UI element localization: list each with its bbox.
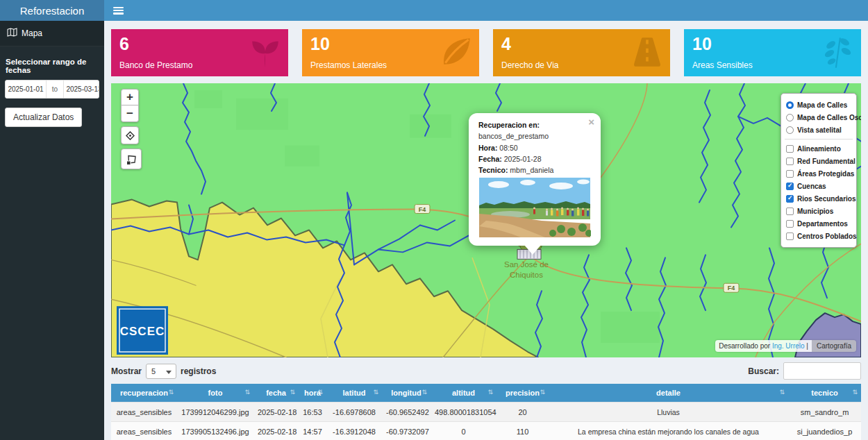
date-range-picker: to [5, 80, 99, 99]
svg-text:F4: F4 [419, 206, 426, 213]
sort-icon: ⇅ [852, 389, 858, 396]
search-input[interactable] [783, 362, 861, 380]
cell-tecnico: si_juandedios_p [788, 422, 861, 440]
sort-icon: ⇅ [317, 389, 323, 396]
overlay-alineamiento[interactable]: Alineamiento [786, 142, 851, 155]
popup-close-icon[interactable]: × [588, 117, 594, 127]
card-areas-sensibles[interactable]: 10 Areas Sensibles [684, 29, 861, 76]
overlay-municipios[interactable]: Municipios [786, 205, 851, 217]
overlay-departamentos[interactable]: Departamentos [786, 217, 851, 230]
page-length-suffix: registros [181, 366, 216, 376]
col-detalle[interactable]: detalle⇅ [549, 384, 788, 403]
card-derecho-de-via[interactable]: 4 Derecho de Via [493, 29, 670, 76]
cell-fecha: 2025-02-18 [253, 422, 299, 440]
sidebar-item-mapa[interactable]: Mapa [0, 21, 104, 46]
update-data-button[interactable]: Actualizar Datos [5, 108, 82, 127]
cell-longitud: -60.9732097 [382, 422, 431, 440]
baselayer-label: Vista satelital [797, 126, 842, 134]
col-precision[interactable]: precision⇅ [496, 384, 549, 403]
baselayer-mapa-de-calles-oscuro[interactable]: Mapa de Calles Oscuro [786, 111, 851, 124]
card-label: Derecho de Via [501, 60, 559, 70]
hamburger-menu-icon[interactable] [113, 7, 124, 15]
locate-button[interactable] [121, 126, 139, 144]
card-prestamos-laterales[interactable]: 10 Prestamos Laterales [302, 29, 479, 76]
cell-longitud: -60.9652492 [382, 403, 431, 422]
checkbox-icon [786, 170, 794, 178]
cell-foto: 1739912046299.jpg [177, 403, 253, 422]
sort-icon: ⇅ [168, 389, 174, 396]
baselayer-label: Mapa de Calles Oscuro [797, 114, 861, 121]
zoom-out-button[interactable]: − [121, 105, 139, 122]
col-fecha[interactable]: fecha⇅ [253, 384, 299, 403]
road-icon [630, 35, 665, 72]
cell-latitud: -16.3912048 [326, 422, 382, 440]
polygon-icon [126, 153, 137, 165]
layers-control: Mapa de Calles Mapa de Calles Oscuro Vis… [781, 93, 857, 248]
overlay-label: Áreas Protegidas [797, 170, 854, 178]
radio-selected-icon [786, 101, 794, 109]
sort-icon: ⇅ [244, 389, 250, 396]
baselayer-vista-satelital[interactable]: Vista satelital [786, 124, 851, 136]
popup-tail [524, 245, 541, 255]
sort-icon: ⇅ [373, 389, 378, 396]
overlay-red-fundamental[interactable]: Red Fundamental [786, 155, 851, 167]
app-title: Reforestacion [0, 0, 104, 21]
seedling-icon [248, 35, 283, 72]
cell-hora: 16:53 [299, 403, 326, 422]
cell-precision: 20 [496, 403, 549, 422]
overlay-label: Municipios [797, 208, 833, 215]
table-row[interactable]: areas_sensibles 1739912046299.jpg 2025-0… [111, 403, 861, 422]
col-latitud[interactable]: latitud⇅ [326, 384, 382, 403]
page-length-select[interactable]: 5 [146, 364, 176, 379]
map-attribution: Desarrollado por Ing. Urrelo | Cartograf… [715, 340, 856, 352]
leaflet-map[interactable]: F4 F4 San José de Chiquitos [111, 83, 861, 357]
table-row[interactable]: areas_sensibles 1739905132496.jpg 2025-0… [111, 422, 861, 440]
overlay-areas-protegidas[interactable]: Áreas Protegidas [786, 167, 851, 180]
zoom-in-button[interactable]: + [121, 89, 139, 105]
col-hora[interactable]: hora⇅ [299, 384, 326, 403]
svg-text:CSCEC: CSCEC [120, 325, 165, 338]
attribution-divider: | [805, 342, 808, 350]
overlay-rios-secundarios[interactable]: Rios Secundarios [786, 192, 851, 205]
card-label: Banco de Prestamo [119, 60, 192, 70]
date-end-input[interactable] [64, 81, 99, 98]
checkbox-checked-icon [786, 195, 794, 203]
svg-text:San José de: San José de [504, 260, 549, 269]
col-foto[interactable]: foto⇅ [177, 384, 253, 403]
records-table: recuperacion⇅ foto⇅ fecha⇅ hora⇅ latitud… [111, 384, 861, 440]
cell-hora: 14:57 [299, 422, 326, 440]
cell-recuperacion: areas_sensibles [111, 403, 177, 422]
locate-icon [126, 131, 135, 140]
baselayer-mapa-de-calles[interactable]: Mapa de Calles [786, 99, 851, 111]
overlay-label: Departamentos [797, 220, 848, 228]
checkbox-icon [786, 208, 794, 215]
cell-altitud: 498.8000183105469 [431, 403, 496, 422]
overlay-cuencas[interactable]: Cuencas [786, 180, 851, 192]
main-content: 6 Banco de Prestamo 10 Prestamos Lateral… [104, 21, 868, 440]
attribution-link[interactable]: Ing. Urrelo [772, 342, 805, 350]
checkbox-icon [786, 158, 794, 165]
attribution-text: Desarrollado por [719, 342, 772, 350]
cell-detalle: La empresa china están mejorando los can… [549, 422, 788, 440]
sort-icon: ⇅ [422, 389, 427, 396]
town-label: San José de Chiquitos [504, 260, 549, 279]
cartografia-chip: Cartografía [812, 340, 856, 352]
overlay-centros-poblados[interactable]: Centros Poblados [786, 230, 851, 242]
popup-line-recuperacion: Recuperacion en: bancos_de_prestamo [478, 119, 591, 142]
date-range-separator: to [46, 81, 64, 98]
cell-detalle: Lluvias [549, 403, 788, 422]
col-recuperacion[interactable]: recuperacion⇅ [111, 384, 177, 403]
card-label: Areas Sensibles [692, 60, 753, 70]
col-tecnico[interactable]: tecnico⇅ [788, 384, 861, 403]
draw-polygon-button[interactable] [121, 149, 142, 169]
radio-icon [786, 126, 794, 134]
popup-line-fecha: Fecha: 2025-01-28 [478, 153, 591, 164]
date-start-input[interactable] [6, 81, 46, 98]
road-shield-f4: F4 [415, 205, 430, 214]
card-banco-de-prestamo[interactable]: 6 Banco de Prestamo [111, 29, 288, 76]
table-controls: Mostrar 5 registros Buscar: [111, 357, 861, 384]
col-altitud[interactable]: altitud⇅ [431, 384, 496, 403]
col-longitud[interactable]: longitud⇅ [382, 384, 431, 403]
popup-photo[interactable] [478, 178, 591, 237]
branch-icon [821, 35, 856, 72]
